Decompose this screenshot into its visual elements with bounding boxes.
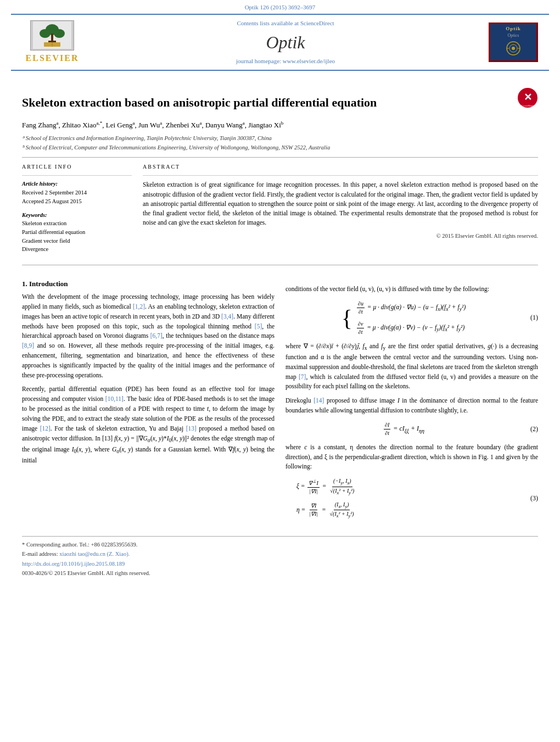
eq1-number: (1): [522, 313, 538, 322]
intro-para-1: With the development of the image proces…: [22, 292, 275, 380]
accepted-date: Accepted 25 August 2015: [22, 198, 132, 206]
journal-center-info: Contents lists available at ScienceDirec…: [82, 19, 489, 65]
ref-6-7[interactable]: [6,7]: [150, 332, 163, 339]
grad-perp-I: ∇⊥I |∇I|: [307, 478, 319, 495]
svg-rect-5: [48, 41, 56, 42]
right-para-1: conditions of the vector field (u, v), (…: [285, 284, 538, 294]
abstract-text: Skeleton extraction is of great signific…: [143, 180, 538, 227]
optik-logo: Optik Optics: [489, 23, 538, 62]
abstract-label: ABSTRACT: [143, 163, 538, 171]
ref-13[interactable]: [13]: [186, 425, 197, 432]
svg-point-2: [40, 29, 51, 38]
ref-10-11[interactable]: [10,11]: [105, 395, 124, 402]
ref-14[interactable]: [14]: [313, 397, 324, 404]
footnote-section: * Corresponding author. Tel.: +86 022853…: [22, 536, 538, 578]
eq3-number: (3): [522, 494, 538, 503]
affiliations: ᵃ School of Electronics and Information …: [22, 135, 538, 152]
svg-point-10: [512, 47, 515, 50]
issn-line: 0030-4026/© 2015 Elsevier GmbH. All righ…: [22, 570, 538, 578]
received-date: Received 2 September 2014: [22, 189, 132, 197]
svg-text:CrossMark: CrossMark: [522, 104, 534, 107]
main-body: 1. Introduction With the development of …: [22, 274, 538, 525]
equation-3-block: ξ = ∇⊥I |∇I| = (−Iy, Ix) √(Ix² + Iy²) η …: [285, 477, 538, 520]
sciencedirect-link[interactable]: ScienceDirect: [300, 20, 334, 26]
history-label: Article history:: [22, 180, 132, 188]
keywords-block: Keywords: Skeleton extraction Partial di…: [22, 211, 132, 254]
journal-doi-text: Optik 126 (2015) 3692–3697: [245, 4, 316, 10]
elsevier-wordmark: ELSEVIER: [26, 52, 79, 64]
partial-u-t: ∂u ∂t: [357, 300, 365, 316]
crossmark-logo: ✕ CrossMark: [517, 87, 538, 111]
homepage-url[interactable]: www.elsevier.de/ijleo: [283, 58, 335, 64]
ref-1-2[interactable]: [1,2]: [133, 303, 145, 310]
paper-content: Skeleton extraction based on anisotropic…: [22, 71, 538, 584]
intro-para-2: Recently, partial differential equation …: [22, 384, 275, 465]
ref-5[interactable]: [5]: [255, 323, 262, 330]
keywords-label: Keywords:: [22, 211, 132, 220]
keyword-2: Partial differential equation: [22, 228, 132, 237]
svg-text:✕: ✕: [524, 92, 532, 103]
left-column: 1. Introduction With the development of …: [22, 274, 275, 525]
contents-available-text: Contents lists available at ScienceDirec…: [82, 19, 489, 27]
right-para-2: where ∇ = (∂/∂x)ī + (∂/∂y)j̄, fx and fy …: [285, 342, 538, 392]
partial-I-t: ∂I ∂t: [384, 421, 390, 437]
journal-doi-bar: Optik 126 (2015) 3692–3697: [0, 0, 560, 14]
divider-info: [22, 175, 132, 176]
xi-components: (−Iy, Ix) √(Ix² + Iy²): [329, 477, 355, 496]
ref-3-4[interactable]: [3,4]: [221, 313, 233, 320]
right-column: conditions of the vector field (u, v), (…: [285, 274, 538, 525]
journal-header: ELSEVIER Contents lists available at Sci…: [11, 14, 549, 71]
eq3-eta: η = ∇I |∇I| = (Ix, Iy) √(Ix² + Iy²): [296, 501, 356, 520]
email-link[interactable]: xiaozhi tao@edu.cn (Z. Xiao).: [59, 551, 130, 557]
article-history: Article history: Received 2 September 20…: [22, 180, 132, 205]
elsevier-logo: ELSEVIER: [22, 20, 82, 64]
partial-v-t: ∂v ∂t: [357, 320, 364, 336]
affiliation-a: ᵃ School of Electronics and Information …: [22, 135, 538, 143]
elsevier-tree-image: [30, 20, 74, 51]
svg-point-3: [54, 29, 65, 38]
affiliation-b: ᵇ School of Electrical, Computer and Tel…: [22, 144, 538, 152]
intro-section-title: 1. Introduction: [22, 279, 275, 289]
eta-components: (Ix, Iy) √(Ix² + Iy²): [329, 501, 355, 520]
homepage-text: journal homepage: www.elsevier.de/ijleo: [82, 57, 489, 65]
abstract-panel: ABSTRACT Skeleton extraction is of great…: [143, 163, 538, 259]
eq2-number: (2): [522, 425, 538, 434]
copyright-line: © 2015 Elsevier GmbH. All rights reserve…: [143, 232, 538, 241]
keyword-3: Gradient vector field: [22, 237, 132, 246]
eq1-line2: ∂v ∂t = μ · div(g(α) · ∇v) − (v − fy)(fx…: [356, 320, 466, 336]
divider-1: [22, 157, 538, 158]
divider-2: [22, 265, 538, 265]
eq1-line1: ∂u ∂t = μ · div(g(α) · ∇u) − (u − fx)(fx…: [356, 300, 466, 316]
keyword-4: Divergence: [22, 246, 132, 254]
footnote-email: E-mail address: xiaozhi tao@edu.cn (Z. X…: [22, 550, 538, 559]
keyword-1: Skeleton extraction: [22, 220, 132, 228]
footnote-corresponding: * Corresponding author. Tel.: +86 022853…: [22, 541, 538, 549]
authors-line: Fang Zhanga, Zhitao Xiaoa,*, Lei Genga, …: [22, 120, 538, 131]
divider-abstract: [143, 175, 538, 176]
article-info-label: ARTICLE INFO: [22, 163, 132, 171]
article-info-panel: ARTICLE INFO Article history: Received 2…: [22, 163, 132, 259]
paper-title: Skeleton extraction based on anisotropic…: [22, 95, 511, 111]
eq3-xi: ξ = ∇⊥I |∇I| = (−Iy, Ix) √(Ix² + Iy²): [296, 477, 356, 496]
journal-title: Optik: [82, 30, 489, 55]
grad-I: ∇I |∇I|: [308, 502, 319, 518]
keywords-list: Skeleton extraction Partial differential…: [22, 220, 132, 254]
doi-link[interactable]: http://dx.doi.org/10.1016/j.ijleo.2015.0…: [22, 561, 125, 567]
right-para-4: where c is a constant, η denotes the dir…: [285, 443, 538, 472]
eq-lines: ∂u ∂t = μ · div(g(α) · ∇u) − (u − fx)(fx…: [356, 300, 466, 336]
article-meta: ARTICLE INFO Article history: Received 2…: [22, 163, 538, 259]
ref-12[interactable]: [12]: [40, 425, 51, 432]
ref-7b[interactable]: [7]: [299, 373, 306, 380]
eq-brace: {: [341, 306, 352, 330]
equation-1-block: { ∂u ∂t = μ · div(g(α) · ∇u) − (u − fx)(…: [285, 300, 538, 336]
right-para-3: Direkoglu [14] proposed to diffuse image…: [285, 396, 538, 416]
ref-8-9[interactable]: [8,9]: [22, 342, 34, 349]
equation-2-block: ∂I ∂t = cIξξ + Iηη (2): [285, 421, 538, 437]
